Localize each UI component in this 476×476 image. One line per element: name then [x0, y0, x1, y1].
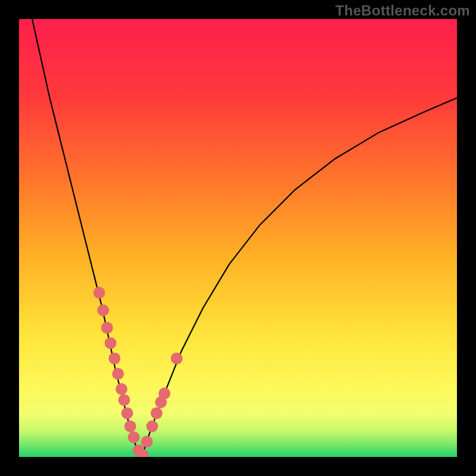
data-point — [105, 337, 117, 349]
watermark-text: TheBottleneck.com — [336, 2, 470, 19]
data-point — [109, 352, 121, 364]
right-curve — [142, 98, 457, 457]
data-point — [118, 394, 130, 406]
data-point — [128, 431, 140, 443]
data-point — [101, 322, 113, 334]
data-point — [151, 407, 162, 419]
data-point — [115, 383, 127, 395]
data-point — [121, 407, 133, 419]
data-point — [171, 352, 183, 364]
scatter-dots — [93, 287, 183, 457]
chart-frame: TheBottleneck.com — [0, 0, 476, 476]
data-point — [93, 287, 105, 299]
curve-layer — [19, 19, 457, 457]
data-point — [141, 436, 153, 447]
data-point — [146, 421, 158, 433]
data-point — [158, 387, 170, 399]
data-point — [124, 421, 136, 433]
plot-area — [19, 19, 457, 457]
data-point — [97, 305, 109, 317]
data-point — [112, 368, 124, 380]
